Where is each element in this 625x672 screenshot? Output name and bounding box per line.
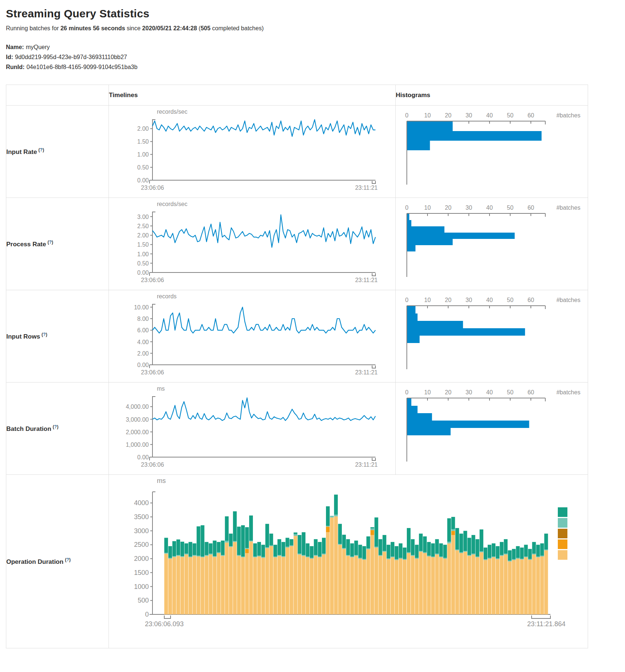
input-rows-timeline-cell: records0.002.004.006.008.0010.0023:06:06… — [109, 290, 396, 383]
metric-label-cell: Operation Duration(?) — [6, 475, 109, 648]
svg-text:3500: 3500 — [134, 513, 149, 521]
input-rate-timeline-chart: records/sec0.000.501.001.502.0023:06:062… — [109, 106, 393, 197]
metric-label-cell: Process Rate(?) — [6, 198, 109, 290]
svg-text:0.50: 0.50 — [137, 260, 149, 267]
completed-batches-count: 505 — [200, 25, 210, 31]
query-runid-value: 04e101e6-8bf8-4165-9099-9104c951ba3b — [27, 64, 138, 70]
completed-batches-suffix: completed batches) — [210, 25, 264, 31]
histograms-header: Histograms — [396, 85, 588, 106]
running-middle: since — [125, 25, 142, 31]
svg-text:10.00: 10.00 — [134, 304, 149, 311]
svg-text:10: 10 — [424, 389, 431, 395]
legend-swatch — [558, 539, 567, 549]
svg-text:23:11:21: 23:11:21 — [355, 369, 378, 376]
svg-text:0.00: 0.00 — [137, 362, 149, 368]
svg-text:10: 10 — [424, 297, 431, 303]
query-id-label: Id: — [6, 54, 13, 60]
batch-duration-timeline-chart: ms0.001,000.002,000.003,000.004,000.0023… — [109, 383, 393, 474]
svg-text:records/sec: records/sec — [157, 109, 188, 115]
svg-text:3,000.00: 3,000.00 — [126, 416, 149, 423]
operation-duration-cell: ms0500100015002000250030003500400023:06:… — [109, 475, 588, 648]
help-icon[interactable]: (?) — [48, 240, 53, 245]
svg-text:23:11:21.864: 23:11:21.864 — [527, 620, 566, 628]
process-rate-histogram-chart: 0102030405060#batches — [396, 199, 588, 289]
metric-label: Input Rows — [6, 333, 40, 340]
svg-text:50: 50 — [507, 112, 514, 119]
svg-text:60: 60 — [528, 112, 534, 119]
svg-text:30: 30 — [466, 389, 472, 395]
svg-text:50: 50 — [507, 389, 514, 395]
svg-text:500: 500 — [138, 597, 149, 604]
svg-text:10: 10 — [424, 112, 431, 119]
metric-label-cell: Input Rate(?) — [6, 106, 109, 198]
svg-text:30: 30 — [466, 297, 472, 303]
svg-text:30: 30 — [466, 112, 472, 119]
table-row-batch-duration: Batch Duration(?) ms0.001,000.002,000.00… — [6, 383, 588, 475]
query-name-line: Name:myQuery — [6, 42, 619, 52]
svg-text:60: 60 — [528, 297, 534, 303]
svg-text:23:11:21: 23:11:21 — [355, 462, 378, 468]
svg-text:#batches: #batches — [556, 112, 580, 119]
svg-text:40: 40 — [486, 297, 493, 303]
svg-text:#batches: #batches — [556, 389, 580, 395]
svg-text:2000: 2000 — [134, 555, 149, 562]
input-rows-histogram-chart: 0102030405060#batches — [396, 291, 588, 382]
svg-text:2,000.00: 2,000.00 — [126, 429, 149, 435]
svg-text:2.00: 2.00 — [137, 350, 149, 357]
svg-text:1.50: 1.50 — [137, 241, 149, 248]
metric-label-cell: Batch Duration(?) — [6, 383, 109, 475]
svg-text:23:06:06.093: 23:06:06.093 — [145, 620, 183, 628]
svg-text:50: 50 — [507, 297, 514, 303]
table-row-operation-duration: Operation Duration(?) ms0500100015002000… — [6, 475, 588, 648]
input-rows-histogram-cell: 0102030405060#batches — [396, 290, 588, 383]
svg-text:3.00: 3.00 — [137, 214, 149, 220]
process-rate-timeline-cell: records/sec0.000.501.001.502.002.503.002… — [109, 198, 396, 290]
svg-text:60: 60 — [528, 205, 534, 211]
svg-text:2500: 2500 — [134, 541, 149, 548]
svg-text:2.50: 2.50 — [137, 223, 149, 229]
metric-label-cell: Input Rows(?) — [6, 290, 109, 383]
svg-text:4000: 4000 — [134, 499, 149, 507]
table-row-input-rows: Input Rows(?) records0.002.004.006.008.0… — [6, 290, 588, 383]
svg-text:#batches: #batches — [556, 297, 580, 303]
svg-text:40: 40 — [486, 389, 493, 395]
help-icon[interactable]: (?) — [42, 332, 47, 337]
legend-swatch — [558, 550, 567, 560]
svg-text:records: records — [157, 293, 176, 299]
svg-text:50: 50 — [507, 205, 514, 211]
svg-text:20: 20 — [445, 297, 451, 303]
svg-text:0: 0 — [405, 205, 409, 211]
help-icon[interactable]: (?) — [65, 557, 71, 562]
svg-text:0.00: 0.00 — [137, 177, 149, 184]
svg-text:23:06:06: 23:06:06 — [141, 462, 164, 468]
process-rate-timeline-chart: records/sec0.000.501.001.502.002.503.002… — [109, 199, 393, 289]
svg-text:30: 30 — [466, 205, 472, 211]
svg-text:1.00: 1.00 — [137, 251, 149, 257]
query-name-value: myQuery — [26, 44, 50, 50]
metric-label: Input Rate — [6, 148, 37, 155]
paren-open: ( — [197, 25, 201, 31]
svg-text:23:06:06: 23:06:06 — [141, 277, 164, 283]
help-icon[interactable]: (?) — [38, 147, 44, 152]
svg-text:23:06:06: 23:06:06 — [141, 369, 164, 376]
svg-text:8.00: 8.00 — [137, 316, 149, 322]
metric-label: Batch Duration — [6, 425, 51, 432]
svg-text:6.00: 6.00 — [137, 327, 149, 333]
page-title: Streaming Query Statistics — [6, 7, 619, 20]
batch-duration-histogram-chart: 0102030405060#batches — [396, 383, 588, 474]
streaming-query-statistics-page: Streaming Query Statistics Running batch… — [0, 0, 625, 656]
help-icon[interactable]: (?) — [53, 424, 58, 429]
table-row-input-rate: Input Rate(?) records/sec0.000.501.001.5… — [6, 106, 588, 198]
svg-text:4.00: 4.00 — [137, 339, 149, 345]
svg-text:0.50: 0.50 — [137, 164, 149, 171]
statistics-table: Timelines Histograms Input Rate(?) recor… — [6, 85, 588, 648]
svg-text:20: 20 — [445, 112, 451, 119]
legend-swatch — [558, 518, 567, 528]
svg-text:20: 20 — [445, 389, 451, 395]
table-row-process-rate: Process Rate(?) records/sec0.000.501.001… — [6, 198, 588, 290]
svg-text:0: 0 — [405, 389, 409, 395]
svg-text:40: 40 — [486, 112, 493, 119]
svg-text:0.00: 0.00 — [137, 454, 149, 460]
svg-text:10: 10 — [424, 205, 431, 211]
svg-text:1.50: 1.50 — [137, 138, 149, 145]
